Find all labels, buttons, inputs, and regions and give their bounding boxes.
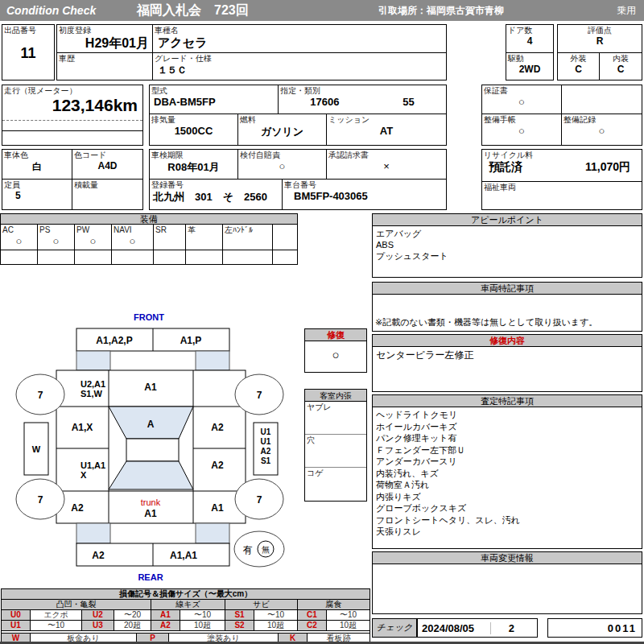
equip-label-extra — [273, 225, 297, 226]
legend-code: K — [279, 634, 308, 644]
legend-desc: 〜20 — [114, 610, 151, 621]
repair-flag-mark: ○ — [305, 348, 366, 361]
equip-label-navi: NAVI — [112, 225, 153, 235]
pickup-location: 引取場所：福岡県古賀市青柳 — [378, 4, 588, 18]
strip-right-cell-3: A2 — [261, 447, 271, 456]
equip-label-lhd: 左ﾊﾝﾄﾞﾙ — [223, 225, 272, 235]
assessment-item: ホイールカバーキズ — [376, 421, 638, 433]
equip-mark-navi: ○ — [112, 235, 153, 247]
change-info-title: 車両変更情報 — [373, 552, 642, 564]
reg-no-label: 登録番号 — [150, 180, 282, 190]
wheel-rear-left: 7 — [38, 494, 43, 506]
vehicle-category: 乗用 — [617, 4, 644, 18]
lot-number-label: 出品番号 — [2, 25, 54, 35]
strip-right-cell-2: U1 — [261, 437, 271, 446]
drive-label: 駆動 — [506, 53, 553, 64]
capacity-value: 5 — [2, 190, 72, 201]
rear-bumper-left-cell: A2 — [92, 550, 105, 561]
score-value: R — [558, 35, 642, 47]
wheel-rear-right: 7 — [257, 494, 262, 506]
check-date-box: 2024/08/05 2 — [417, 618, 538, 638]
strip-right-cell-1: U1 — [261, 427, 271, 436]
side-front-right-cell: A2 — [211, 422, 224, 433]
cabin-row-burn: コゲ — [305, 468, 366, 478]
body-color-label: 車体色 — [2, 150, 72, 160]
inspection-reg-box: 車検期限 R08年01月 検付自賠責 ○ 承認請求書 × 登録番号 北九州 30… — [149, 149, 447, 210]
wheel-front-left: 7 — [38, 390, 43, 401]
repair-detail-text: センターピラー左修正 — [373, 347, 642, 364]
legend-code: U3 — [82, 621, 114, 631]
chassis-no-value: BM5FP-403065 — [283, 190, 446, 202]
model-code-label: 型式 — [150, 85, 278, 96]
assessment-item: フロントシートヘタリ、スレ、汚れ — [376, 514, 638, 526]
rear-pillar-right-glass — [196, 523, 229, 543]
appeal-item: プッシュスタート — [376, 250, 638, 262]
repair-detail-box: 修復内容 センターピラー左修正 — [372, 334, 642, 392]
transmission-label: ミッション — [327, 114, 446, 125]
equip-mark-ps: ○ — [38, 235, 74, 247]
legend-desc: 板金あり — [31, 634, 137, 644]
displacement-value: 1500CC — [150, 125, 237, 137]
presence-no-label: 無 — [262, 545, 270, 554]
legend-code: C1 — [298, 610, 327, 621]
model-name-label: 車種名 — [153, 25, 446, 35]
insurance-label: 検付自賠責 — [238, 150, 326, 160]
first-reg-value: H29年01月 — [57, 35, 152, 52]
displacement-label: 排気量 — [150, 114, 237, 125]
mileage-value: 123,146km — [2, 96, 142, 115]
class-no-value2: 55 — [402, 96, 414, 108]
assessment-item: 内張りキズ — [376, 491, 638, 503]
check-label: チェック — [373, 619, 416, 636]
legend-desc: 10超 — [254, 621, 298, 631]
legend-desc: 〜10 — [254, 610, 298, 621]
legend-desc: 塗装あり — [169, 634, 279, 644]
fender-left-cell-line2: S1,W — [80, 389, 103, 398]
body-color-value: 白 — [2, 160, 72, 174]
front-bumper-left-cell: A1,A2,P — [96, 335, 132, 346]
maintenance-record-label: 整備記録 — [562, 114, 642, 125]
appeal-item: エアバッグ — [376, 228, 638, 239]
assessment-item: アンダーカバースリ — [376, 456, 638, 468]
equip-label-ac: AC — [1, 225, 37, 235]
legend-group-scratch: 線キズ — [151, 600, 225, 610]
legend-desc: 看板跡 — [308, 634, 370, 644]
assessment-item: 内装汚れ、キズ — [376, 468, 638, 480]
equip-mark-pw: ○ — [75, 235, 111, 247]
cabin-row-hole: 穴 — [305, 435, 366, 445]
mileage-box: 走行（現メーター） 123,146km — [2, 85, 143, 146]
legend-code: A1 — [151, 610, 180, 621]
vehicle-notes-box: 車両特記事項 ※記載のない書類・機器等は無しとして取り扱います。 — [372, 282, 642, 332]
chassis-no-label: 車台番号 — [283, 180, 446, 190]
trunk-label: trunk — [141, 497, 161, 507]
door-rear-left-cell-line1: U1,A1 — [80, 460, 105, 470]
equipment-table: 装備 AC○ PS○ PW○ NAVI○ SR 革 左ﾊﾝﾄﾞﾙ — [0, 213, 298, 265]
legend-group-corrosion: 腐食 — [298, 600, 370, 610]
assessment-item: グローブボックスキズ — [376, 502, 638, 514]
repair-detail-title: 修復内容 — [373, 335, 642, 347]
load-label: 積載量 — [72, 180, 142, 190]
quarter-right-cell: A1 — [211, 502, 224, 514]
legend-code: U1 — [2, 621, 31, 631]
doors-value: 4 — [506, 35, 553, 47]
warranty-mark: ○ — [482, 96, 561, 108]
legend-code: S2 — [225, 621, 254, 631]
spec-box: 型式 DBA-BM5FP 指定・類別 17606 55 排気量 1500CC 燃… — [149, 85, 447, 146]
recycle-status: 預託済 — [489, 160, 522, 175]
legend-code: A2 — [151, 621, 180, 631]
strip-right-cell-4: S1 — [261, 456, 271, 465]
maintenance-record-mark: ○ — [562, 125, 642, 137]
equip-label-ps: PS — [38, 225, 74, 235]
front-pillar-right-glass — [196, 351, 229, 370]
doors-label: ドア数 — [506, 25, 553, 35]
color-capacity-box: 車体色 白 色コード A4D 定員 5 積載量 — [2, 149, 143, 210]
insurance-mark: ○ — [238, 160, 326, 172]
history-label: 車歴 — [57, 53, 152, 64]
recycle-welfare-box: リサイクル料 預託済 11,070円 福祉車両 — [481, 149, 642, 210]
doors-drive-box: ドア数 4 駆動 2WD — [506, 24, 554, 80]
damage-legend: 損傷記号＆損傷サイズ（〜最大cm） 凸凹・亀裂 線キズ サビ 腐食 U0 エクボ… — [1, 588, 370, 644]
legend-desc: 10超 — [180, 621, 225, 631]
legend-code: U2 — [82, 610, 114, 621]
cabin-row-tear: ヤブレ — [305, 402, 366, 412]
equip-label-sr: SR — [154, 225, 185, 235]
transmission-value: AT — [327, 125, 446, 137]
